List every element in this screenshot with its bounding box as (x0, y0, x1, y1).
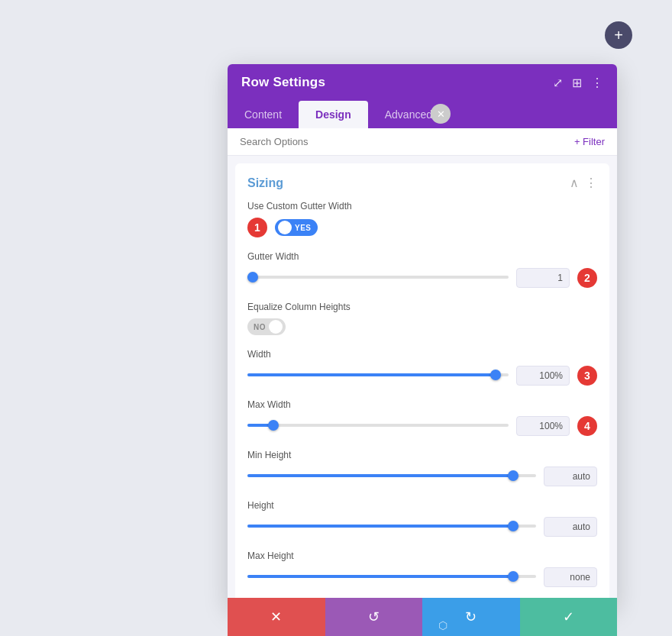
gutter-width-label: Gutter Width (247, 251, 597, 262)
height-value: auto (544, 517, 597, 537)
height-row: Height auto (247, 500, 597, 537)
max-height-row: Max Height none (247, 550, 597, 587)
add-button[interactable]: + (605, 21, 632, 49)
close-icon: ✕ (437, 108, 445, 120)
tab-content[interactable]: Content (228, 101, 299, 128)
section-more-icon[interactable]: ⋮ (585, 176, 597, 190)
toggle-yes-text: YES (295, 224, 312, 232)
toggle-no-text: NO (254, 323, 266, 331)
search-bar: + Filter (228, 128, 617, 156)
bottom-toolbar: ✕ ↺ ↻ ✓ (228, 598, 617, 636)
panel-content: Sizing ∧ ⋮ Use Custom Gutter Width 1 YES (228, 156, 617, 606)
row-settings-panel: Row Settings ⤢ ⊞ ⋮ Content Design Advanc… (228, 64, 617, 606)
max-width-value: 100% (516, 416, 570, 436)
header-icons: ⤢ ⊞ ⋮ (553, 76, 603, 90)
search-input[interactable] (240, 136, 574, 147)
filter-button[interactable]: + Filter (574, 136, 605, 147)
width-label: Width (247, 349, 597, 360)
cancel-button[interactable]: ✕ (228, 598, 325, 636)
tabs: Content Design Advanced (228, 101, 617, 128)
min-height-row: Min Height auto (247, 450, 597, 486)
redo-button[interactable]: ↻ (422, 598, 520, 636)
section-title: Sizing (247, 176, 283, 190)
more-icon[interactable]: ⋮ (591, 76, 603, 90)
use-custom-gutter-width-row: Use Custom Gutter Width 1 YES (247, 201, 597, 237)
toggle-custom-gutter-width[interactable]: YES (275, 219, 318, 236)
section-header: Sizing ∧ ⋮ (247, 176, 597, 190)
use-custom-gutter-width-label: Use Custom Gutter Width (247, 201, 597, 211)
width-row: Width 100% 3 (247, 349, 597, 386)
save-button[interactable]: ✓ (520, 598, 618, 636)
gutter-width-value: 1 (516, 268, 570, 288)
max-height-value: none (544, 567, 597, 587)
width-value: 100% (516, 366, 570, 386)
close-button[interactable]: ✕ (431, 104, 451, 124)
height-slider[interactable] (247, 525, 536, 529)
toggle-knob (278, 221, 292, 234)
expand-icon[interactable]: ⤢ (553, 76, 563, 90)
collapse-icon[interactable]: ∧ (570, 176, 579, 190)
tab-design[interactable]: Design (299, 101, 368, 128)
max-width-row: Max Width 100% 4 (247, 399, 597, 436)
columns-icon[interactable]: ⊞ (572, 76, 582, 90)
max-height-label: Max Height (247, 550, 597, 561)
toggle-equalize[interactable]: NO (247, 318, 286, 335)
equalize-column-heights-label: Equalize Column Heights (247, 302, 597, 312)
panel-header: Row Settings ⤢ ⊞ ⋮ (228, 64, 617, 101)
panel-title: Row Settings (241, 75, 325, 90)
gutter-width-slider[interactable] (247, 276, 509, 280)
section-actions[interactable]: ∧ ⋮ (570, 176, 597, 190)
equalize-column-heights-row: Equalize Column Heights NO (247, 302, 597, 335)
plus-icon: + (614, 27, 623, 44)
width-slider[interactable] (247, 373, 509, 378)
bottom-right-icon: ⬡ (438, 619, 447, 631)
save-icon: ✓ (563, 609, 574, 625)
gutter-width-row: Gutter Width 1 2 (247, 251, 597, 288)
max-height-slider[interactable] (247, 575, 536, 580)
max-width-slider[interactable] (247, 424, 509, 428)
filter-label: + Filter (574, 136, 605, 147)
panel-body: + Filter Sizing ∧ ⋮ Use Custom Gutter Wi… (228, 128, 617, 606)
badge-1: 1 (247, 218, 267, 237)
reset-button[interactable]: ↺ (325, 598, 423, 636)
reset-icon: ↺ (368, 609, 380, 625)
cancel-icon: ✕ (270, 609, 282, 625)
max-width-label: Max Width (247, 399, 597, 410)
height-label: Height (247, 500, 597, 511)
min-height-slider[interactable] (247, 474, 536, 479)
min-height-label: Min Height (247, 450, 597, 460)
toggle-no-knob (269, 320, 283, 334)
redo-icon: ↻ (465, 609, 477, 625)
sizing-section: Sizing ∧ ⋮ Use Custom Gutter Width 1 YES (235, 163, 609, 606)
badge-3: 3 (577, 366, 597, 386)
badge-4: 4 (577, 416, 597, 436)
badge-2: 2 (577, 268, 597, 288)
min-height-value: auto (544, 467, 597, 486)
